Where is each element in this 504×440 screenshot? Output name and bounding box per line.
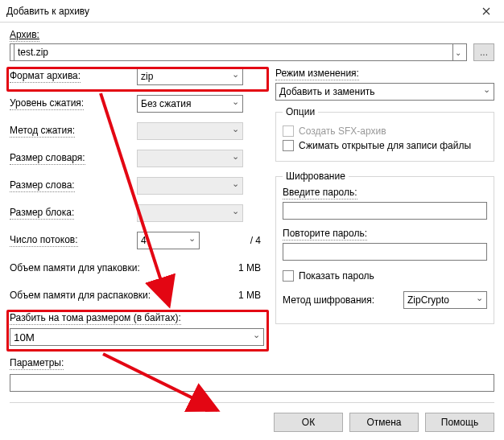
compress-open-label: Сжимать открытые для записи файлы (299, 140, 471, 151)
split-input[interactable] (10, 328, 264, 346)
method-select (137, 122, 243, 140)
dict-select (137, 150, 243, 167)
mem-pack-label: Объем памяти для упаковки: (10, 262, 140, 273)
sfx-label: Создать SFX-архив (299, 125, 386, 137)
encryption-legend: Шифрование (283, 171, 349, 182)
mode-label: Режим изменения: (275, 68, 359, 80)
enc-method-label: Метод шифрования: (283, 294, 403, 306)
format-label: Формат архива: (10, 70, 81, 83)
archive-label: Архив: (10, 29, 39, 42)
level-label: Уровень сжатия: (10, 97, 84, 110)
split-label: Разбить на тома размером (в байтах): (10, 312, 181, 325)
params-label: Параметры: (10, 357, 64, 370)
sfx-checkbox (283, 125, 294, 137)
format-select[interactable]: zip (137, 68, 243, 85)
threads-max: / 4 (200, 235, 264, 246)
level-select[interactable]: Без сжатия (137, 95, 243, 113)
pwd-input[interactable] (283, 202, 487, 220)
mem-unpack-value: 1 MB (151, 290, 264, 301)
show-pwd-label: Показать пароль (299, 270, 374, 282)
method-label: Метод сжатия: (10, 125, 75, 138)
chevron-down-icon: ⌄ (453, 48, 463, 57)
word-label: Размер слова: (10, 179, 75, 192)
block-label: Размер блока: (10, 207, 74, 220)
threads-select[interactable]: 4 (137, 232, 200, 249)
archive-input-wrap[interactable]: ⌄ (10, 43, 467, 61)
options-group: Опции Создать SFX-архив Сжимать открытые… (275, 112, 494, 162)
titlebar: Добавить к архиву (0, 0, 504, 23)
ok-button[interactable]: ОК (274, 413, 343, 432)
mem-pack-value: 1 MB (140, 262, 264, 273)
options-legend: Опции (283, 106, 318, 117)
compress-open-checkbox[interactable] (283, 140, 294, 151)
block-select (137, 204, 243, 222)
mode-select[interactable]: Добавить и заменить (275, 83, 494, 101)
pwd-label: Введите пароль: (283, 187, 357, 199)
mem-unpack-label: Объем памяти для распаковки: (10, 290, 151, 301)
close-icon (482, 7, 490, 15)
close-button[interactable] (469, 0, 504, 23)
word-select (137, 177, 243, 195)
encryption-group: Шифрование Введите пароль: Повторите пар… (275, 176, 494, 324)
show-pwd-checkbox[interactable] (283, 270, 294, 282)
pwd2-input[interactable] (283, 243, 487, 261)
browse-button[interactable]: ... (473, 43, 494, 61)
threads-label: Число потоков: (10, 234, 78, 247)
pwd2-label: Повторите пароль: (283, 228, 367, 241)
archive-input[interactable] (14, 43, 453, 61)
help-button[interactable]: Помощь (425, 413, 494, 432)
separator (10, 402, 494, 403)
cancel-button[interactable]: Отмена (349, 413, 419, 432)
window-title: Добавить к архиву (6, 6, 89, 17)
dict-label: Размер словаря: (10, 152, 85, 165)
params-input[interactable] (10, 374, 494, 392)
enc-method-select[interactable]: ZipCrypto (403, 291, 487, 309)
